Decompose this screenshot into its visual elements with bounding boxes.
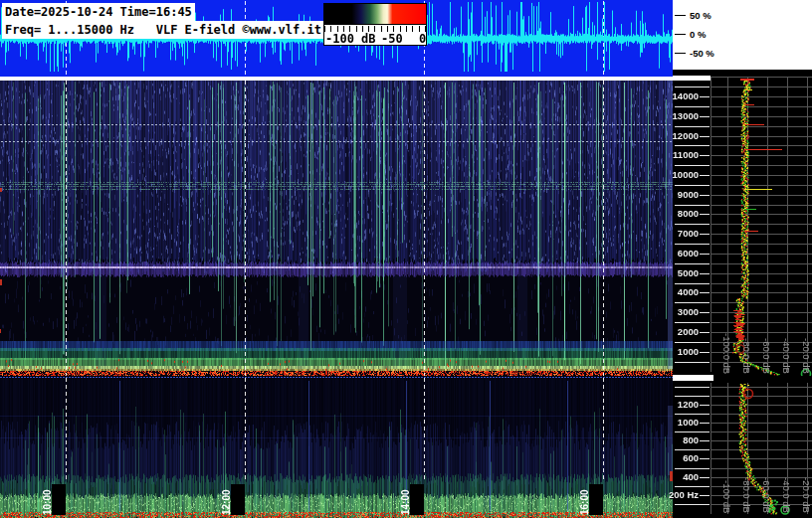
colorbar-min-label: -100 dB	[325, 32, 376, 46]
main-freq-tick-line	[700, 273, 710, 274]
main-freq-tick-line	[700, 292, 710, 293]
vlf-monitor-screen: Date=2025-10-24 Time=16:45 Freq= 1...150…	[0, 0, 812, 518]
colorbar-max-label: 0	[419, 32, 426, 46]
freq-range-readout: Freq= 1...15000 Hz VLF E-field ©www.vlf.…	[2, 21, 324, 39]
divider-axis-mid	[673, 375, 713, 381]
spectrum-plot-upper	[710, 70, 812, 376]
main-freq-tick-line	[700, 116, 710, 117]
main-freq-minor-tick	[675, 205, 710, 206]
spectrum-plot-lower	[710, 381, 812, 518]
low-freq-minor-tick	[675, 414, 710, 415]
low-freq-tick-line	[700, 477, 710, 478]
colorbar-labels: -100 dB -50 0	[324, 32, 426, 45]
main-freq-minor-tick	[675, 362, 710, 363]
amplitude-tick-line	[675, 34, 686, 35]
main-freq-minor-tick	[675, 302, 710, 303]
low-freq-minor-tick	[675, 396, 710, 397]
amplitude-tick-label: 0 %	[690, 29, 706, 40]
main-freq-minor-tick	[675, 106, 710, 107]
main-freq-tick-line	[700, 136, 710, 137]
main-spectrogram	[0, 81, 673, 376]
main-freq-tick-line	[700, 195, 710, 196]
date-time-readout: Date=2025-10-24 Time=16:45	[2, 3, 195, 21]
main-freq-tick-line	[700, 214, 710, 215]
main-freq-tick-line	[700, 155, 710, 156]
amplitude-tick-line	[675, 53, 686, 54]
low-freq-tick-line	[700, 440, 710, 441]
amplitude-tick-label: -50 %	[690, 48, 714, 59]
main-freq-minor-tick	[675, 322, 710, 323]
db-colorbar: -100 dB -50 0	[323, 3, 427, 46]
main-freq-minor-tick	[675, 244, 710, 245]
main-freq-minor-tick	[675, 165, 710, 166]
main-freq-tick-line	[700, 312, 710, 313]
colorbar-gradient	[324, 4, 426, 25]
low-frequency-spectrogram	[0, 376, 673, 518]
main-freq-minor-tick	[675, 126, 710, 127]
main-freq-minor-tick	[675, 263, 710, 264]
divider-waveform-spectrogram	[0, 77, 673, 81]
low-freq-minor-tick	[675, 449, 710, 450]
low-freq-tick-line	[700, 458, 710, 459]
amplitude-tick-line	[675, 15, 686, 16]
main-freq-minor-tick	[675, 224, 710, 225]
main-freq-tick-line	[700, 352, 710, 353]
main-freq-minor-tick	[675, 86, 710, 87]
low-freq-minor-tick	[675, 387, 710, 388]
low-freq-minor-tick	[675, 468, 710, 469]
low-freq-tick-line	[700, 495, 710, 496]
main-freq-minor-tick	[675, 342, 710, 343]
low-freq-minor-tick	[675, 432, 710, 432]
main-freq-tick-line	[700, 96, 710, 97]
main-freq-tick-line	[700, 175, 710, 176]
main-freq-minor-tick	[675, 145, 710, 146]
main-freq-minor-tick	[675, 185, 710, 186]
low-freq-tick-line	[700, 423, 710, 424]
colorbar-mid-label: -50	[381, 32, 403, 46]
low-freq-minor-tick	[675, 486, 710, 487]
low-freq-minor-tick	[675, 504, 710, 505]
main-freq-tick-line	[700, 234, 710, 235]
low-freq-tick-line	[700, 405, 710, 406]
amplitude-tick-label: 50 %	[690, 10, 711, 21]
amplitude-percent-axis: 50 %0 %-50 %	[673, 0, 812, 70]
main-freq-tick-line	[700, 332, 710, 333]
main-freq-minor-tick	[675, 283, 710, 284]
divider-axis-top	[673, 76, 710, 81]
main-freq-tick-line	[700, 254, 710, 255]
